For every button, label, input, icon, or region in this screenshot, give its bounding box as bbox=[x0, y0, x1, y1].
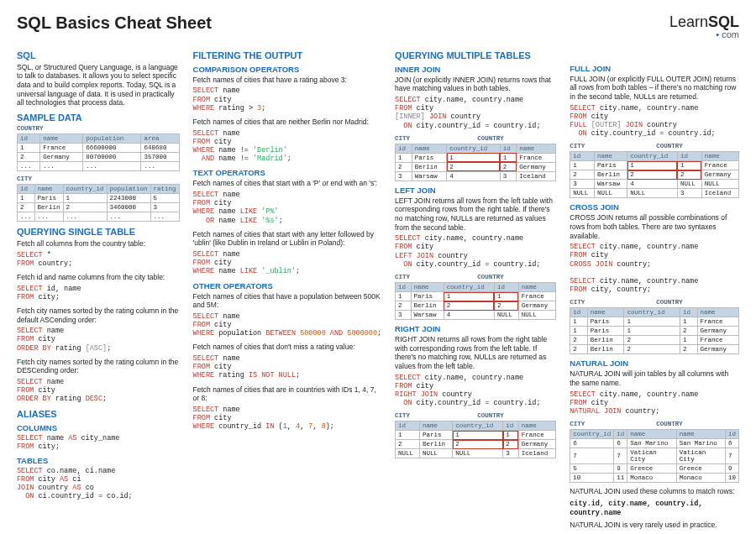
logo: LearnSQL • com bbox=[669, 13, 739, 39]
code-block: SELECT city.name, country.name FROM city… bbox=[395, 234, 556, 269]
code-block: SELECT id, name FROM city; bbox=[17, 285, 180, 301]
cross-join-table: idnamecountry_ididname 1Paris11France 1P… bbox=[570, 307, 739, 354]
right-join-table: idnamecountry_ididname 1Paris11France 2B… bbox=[395, 421, 556, 458]
other1-desc: Fetch names of cities that have a popula… bbox=[193, 292, 382, 310]
sample-data-heading: SAMPLE DATA bbox=[17, 113, 180, 123]
left-join-table: idnamecountry_ididname 1Paris11France 2B… bbox=[395, 282, 556, 320]
left-join-desc: LEFT JOIN returns all rows from the left… bbox=[395, 196, 556, 233]
text1-desc: Fetch names of cities that start with a … bbox=[193, 179, 382, 188]
text-ops-heading: TEXT OPERATORS bbox=[193, 168, 382, 177]
code-block: SELECT name FROM city WHERE rating IS NO… bbox=[193, 354, 382, 380]
country-table-label: COUNTRY bbox=[17, 125, 180, 132]
sql-desc: SQL, or Structured Query Language, is a … bbox=[17, 63, 180, 107]
inner-join-heading: INNER JOIN bbox=[395, 65, 556, 74]
left-join-heading: LEFT JOIN bbox=[395, 186, 556, 195]
qst1-desc: Fetch all columns from the country table… bbox=[17, 239, 180, 249]
cross-join-desc: CROSS JOIN returns all possible combinat… bbox=[570, 213, 739, 240]
page-title: SQL Basics Cheat Sheet bbox=[17, 13, 212, 33]
tables-heading: TABLES bbox=[17, 456, 180, 465]
querying-multiple-heading: QUERYING MULTIPLE TABLES bbox=[395, 50, 556, 60]
filtering-heading: FILTERING THE OUTPUT bbox=[193, 50, 382, 60]
other-ops-heading: OTHER OPERATORS bbox=[193, 281, 382, 291]
code-block: SELECT name FROM city WHERE country_id I… bbox=[193, 406, 382, 432]
sql-heading: SQL bbox=[17, 50, 180, 60]
qst2-desc: Fetch id and name columns from the city … bbox=[17, 273, 180, 282]
country-table: idnamepopulationarea 1France666000006406… bbox=[17, 134, 180, 171]
code-block: SELECT name FROM city WHERE name LIKE '_… bbox=[193, 250, 382, 276]
aliases-heading: ALIASES bbox=[17, 409, 180, 419]
comp1-desc: Fetch names of cities that have a rating… bbox=[193, 76, 382, 85]
code-block: SELECT name FROM city WHERE rating > 3; bbox=[193, 86, 382, 113]
code-block: SELECT name FROM city WHERE population B… bbox=[193, 312, 382, 338]
code-block: SELECT name FROM city ORDER BY rating DE… bbox=[17, 378, 180, 404]
full-join-table: idnamecountry_ididname 1Paris11France 2B… bbox=[570, 151, 739, 198]
code-block: SELECT name FROM city WHERE name LIKE 'P… bbox=[193, 191, 382, 225]
qst3-desc: Fetch city names sorted by the rating co… bbox=[17, 306, 180, 324]
natural-join-heading: NATURAL JOIN bbox=[570, 359, 739, 368]
code-block: SELECT name FROM city ORDER BY rating [A… bbox=[17, 327, 180, 353]
code-block: SELECT * FROM country; bbox=[17, 251, 180, 268]
code-block: SELECT city.name, country.name FROM city… bbox=[570, 243, 739, 294]
inner-join-desc: JOIN (or explicitly INNER JOIN) returns … bbox=[395, 76, 556, 93]
comp2-desc: Fetch names of cities that are neither B… bbox=[193, 118, 382, 127]
right-join-desc: RIGHT JOIN returns all rows from the rig… bbox=[395, 335, 556, 371]
natural-join-desc: NATURAL JOIN will join tables by all col… bbox=[570, 369, 739, 387]
natural-note3: NATURAL JOIN is very rarely used in prac… bbox=[570, 521, 739, 530]
cross-join-heading: CROSS JOIN bbox=[570, 202, 739, 212]
natural-join-table: country_ididnamenameid 66San MarinoSan M… bbox=[570, 429, 739, 483]
inner-join-table: idnamecountry_ididname 1Paris11France 2B… bbox=[395, 144, 556, 181]
full-join-desc: FULL JOIN (or explicitly FULL OUTER JOIN… bbox=[570, 75, 739, 102]
qst4-desc: Fetch city names sorted by the rating co… bbox=[17, 358, 180, 375]
code-block: SELECT city.name, country.name FROM city… bbox=[570, 390, 739, 416]
other3-desc: Fetch names of cities that are in countr… bbox=[193, 385, 382, 403]
code-block: SELECT name AS city_name FROM city; bbox=[17, 434, 180, 451]
natural-note1: NATURAL JOIN used these columns to match… bbox=[570, 487, 739, 496]
text2-desc: Fetch names of cities that start with an… bbox=[193, 230, 382, 248]
city-table: idnamecountry_idpopulationrating 1Paris1… bbox=[17, 184, 180, 222]
comparison-heading: COMPARISON OPERATORS bbox=[193, 65, 382, 74]
other2-desc: Fetch names of cities that don't miss a … bbox=[193, 343, 382, 352]
natural-note2: city.id, city.name, country.id, country.… bbox=[570, 499, 739, 518]
querying-single-heading: QUERYING SINGLE TABLE bbox=[17, 227, 180, 237]
code-block: SELECT city.name, country.name FROM city… bbox=[395, 96, 556, 130]
code-block: SELECT co.name, ci.name FROM city AS ci … bbox=[17, 467, 180, 501]
code-block: SELECT city.name, country.name FROM city… bbox=[395, 374, 556, 408]
code-block: SELECT city.name, country.name FROM city… bbox=[570, 104, 739, 139]
columns-heading: COLUMNS bbox=[17, 423, 180, 432]
right-join-heading: RIGHT JOIN bbox=[395, 324, 556, 333]
code-block: SELECT name FROM city WHERE name != 'Ber… bbox=[193, 129, 382, 164]
full-join-heading: FULL JOIN bbox=[570, 64, 739, 73]
city-table-label: CITY bbox=[17, 175, 180, 182]
